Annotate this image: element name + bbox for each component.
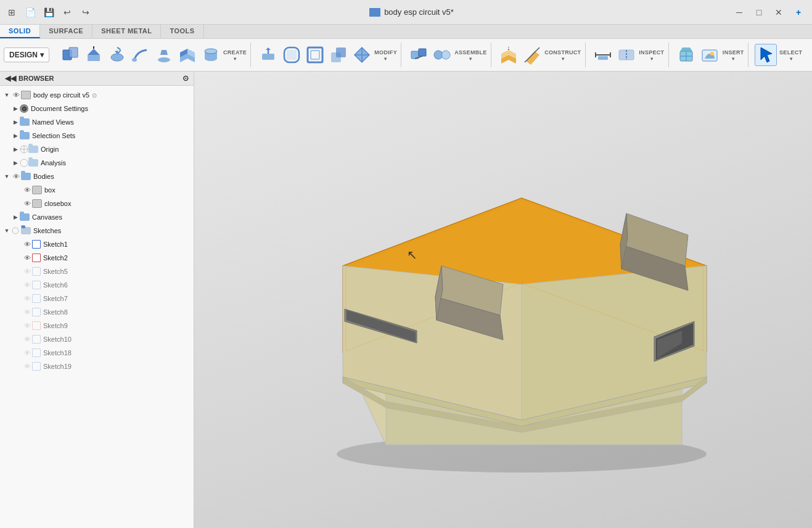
svg-point-8: [158, 57, 170, 62]
viewport-background: ↖: [194, 72, 812, 528]
origin-chevron-icon[interactable]: ▶: [11, 145, 20, 154]
tree-item-sketch6[interactable]: 👁 Sketch6: [0, 278, 194, 292]
tree-root-item[interactable]: ▼ 👁 body esp circuit v5 ⊙: [0, 88, 194, 102]
title-bar-center: body esp circuit v5*: [369, 7, 454, 17]
svg-rect-2: [88, 55, 100, 61]
minimize-button[interactable]: ─: [731, 6, 748, 19]
tree-item-origin[interactable]: ▶ Origin: [0, 142, 194, 156]
sketch9-eye-icon[interactable]: 👁: [22, 321, 32, 331]
new-body-button[interactable]: [59, 44, 81, 66]
tree-item-sketch5[interactable]: 👁 Sketch5: [0, 265, 194, 278]
selection-sets-chevron-icon[interactable]: ▶: [11, 131, 20, 140]
angle-plane-button[interactable]: [521, 44, 543, 66]
tab-solid[interactable]: SOLID: [0, 25, 40, 38]
tab-tools[interactable]: TOOLS: [161, 25, 203, 38]
tree-item-bodies[interactable]: ▼ 👁 Bodies: [0, 170, 194, 183]
tab-surface[interactable]: SURFACE: [40, 25, 92, 38]
sketches-chevron-icon[interactable]: ▼: [2, 226, 11, 235]
tree-item-sketches[interactable]: ▼ Sketches: [0, 224, 194, 237]
tree-item-sketch9[interactable]: 👁 Sketch9: [0, 319, 194, 332]
sketch19-eye-icon[interactable]: 👁: [22, 361, 32, 371]
modify-group: MODIFY ▾: [253, 43, 401, 67]
sweep-button[interactable]: [129, 44, 152, 66]
select-button[interactable]: [755, 44, 777, 66]
tree-item-sketch2[interactable]: 👁 Sketch2: [0, 251, 194, 265]
construct-group-label: CONSTRUCT ▾: [544, 49, 581, 62]
sketch10-eye-icon[interactable]: 👁: [22, 334, 32, 344]
sketch5-icon: [32, 267, 41, 276]
named-views-chevron-icon[interactable]: ▶: [11, 118, 20, 126]
svg-marker-3: [88, 49, 100, 55]
scale-button[interactable]: [351, 44, 373, 66]
design-dropdown-button[interactable]: DESIGN ▾: [4, 47, 49, 62]
tree-item-sketch18[interactable]: 👁 Sketch18: [0, 346, 194, 360]
svg-rect-1: [69, 47, 78, 57]
offset-plane-button[interactable]: [498, 44, 520, 66]
tree-item-box[interactable]: 👁 box: [0, 183, 194, 197]
browser-menu-icon[interactable]: ⊙: [182, 74, 189, 83]
doc-title: body esp circuit v5*: [384, 7, 454, 17]
sketch8-label: Sketch8: [43, 308, 68, 316]
svg-rect-29: [419, 49, 426, 56]
undo-icon[interactable]: ↩: [60, 6, 74, 19]
tree-item-named-views[interactable]: ▶ Named Views: [0, 115, 194, 129]
sketch1-eye-icon[interactable]: 👁: [22, 239, 32, 249]
sketch5-eye-icon[interactable]: 👁: [22, 266, 32, 276]
new-tab-button[interactable]: +: [790, 6, 807, 19]
insert-decal-button[interactable]: [699, 44, 721, 66]
tree-item-sketch10[interactable]: 👁 Sketch10: [0, 332, 194, 346]
tree-item-sketch1[interactable]: 👁 Sketch1: [0, 237, 194, 251]
maximize-button[interactable]: □: [750, 6, 768, 19]
sketch8-eye-icon[interactable]: 👁: [22, 307, 32, 317]
sketch2-eye-icon[interactable]: 👁: [22, 253, 32, 263]
tree-item-selection-sets[interactable]: ▶ Selection Sets: [0, 129, 194, 142]
title-bar-right: ─ □ ✕ +: [731, 6, 807, 19]
insert-mesh-button[interactable]: [675, 44, 697, 66]
box-button[interactable]: [176, 44, 199, 66]
save-icon[interactable]: 💾: [42, 6, 55, 19]
fillet-button[interactable]: [281, 44, 303, 66]
3d-model: [263, 118, 768, 488]
new-comp-button[interactable]: [408, 44, 430, 66]
revolve-button[interactable]: [106, 44, 128, 66]
joint-button[interactable]: [431, 44, 453, 66]
tab-sheet-metal[interactable]: SHEET METAL: [92, 25, 161, 38]
loft-button[interactable]: [153, 44, 175, 66]
section-button[interactable]: [615, 44, 638, 66]
canvases-chevron-icon[interactable]: ▶: [11, 213, 20, 221]
svg-rect-20: [287, 50, 297, 60]
bodies-eye-icon[interactable]: 👁: [11, 171, 21, 181]
press-pull-button[interactable]: [257, 44, 279, 66]
doc-settings-chevron-icon[interactable]: ▶: [11, 104, 20, 113]
redo-icon[interactable]: ↪: [79, 6, 92, 19]
close-button[interactable]: ✕: [770, 6, 787, 19]
root-eye-icon[interactable]: 👁: [11, 90, 21, 100]
box-eye-icon[interactable]: 👁: [22, 185, 32, 195]
tree-item-sketch7[interactable]: 👁 Sketch7: [0, 292, 194, 305]
cylinder-button[interactable]: [200, 44, 222, 66]
tree-item-analysis[interactable]: ▶ Analysis: [0, 156, 194, 170]
tree-item-doc-settings[interactable]: ▶ ⚙ Document Settings: [0, 102, 194, 115]
extrude-button[interactable]: [83, 44, 105, 66]
analysis-icon: [20, 159, 28, 167]
combine-button[interactable]: [327, 44, 350, 66]
tree-item-canvases[interactable]: ▶ Canvases: [0, 210, 194, 224]
title-bar: ⊞ 📄 💾 ↩ ↪ body esp circuit v5* ─ □ ✕ +: [0, 0, 812, 25]
bodies-chevron-icon[interactable]: ▼: [2, 172, 11, 181]
canvases-folder-icon: [20, 213, 30, 221]
tree-item-closebox[interactable]: 👁 closebox: [0, 197, 194, 210]
sketch7-eye-icon[interactable]: 👁: [22, 294, 32, 303]
tree-item-sketch8[interactable]: 👁 Sketch8: [0, 305, 194, 319]
closebox-eye-icon[interactable]: 👁: [22, 199, 32, 208]
viewport[interactable]: ↖: [194, 72, 812, 528]
tree-item-sketch19[interactable]: 👁 Sketch19: [0, 360, 194, 373]
sketch18-eye-icon[interactable]: 👁: [22, 348, 32, 358]
file-icon[interactable]: 📄: [23, 6, 37, 19]
measure-button[interactable]: [592, 44, 614, 66]
analysis-chevron-icon[interactable]: ▶: [11, 159, 20, 167]
root-chevron-icon[interactable]: ▼: [2, 91, 11, 99]
shell-button[interactable]: [304, 44, 326, 66]
sketch6-eye-icon[interactable]: 👁: [22, 280, 32, 290]
app-grid-icon[interactable]: ⊞: [5, 6, 18, 19]
collapse-icon[interactable]: ◀◀: [5, 74, 16, 83]
